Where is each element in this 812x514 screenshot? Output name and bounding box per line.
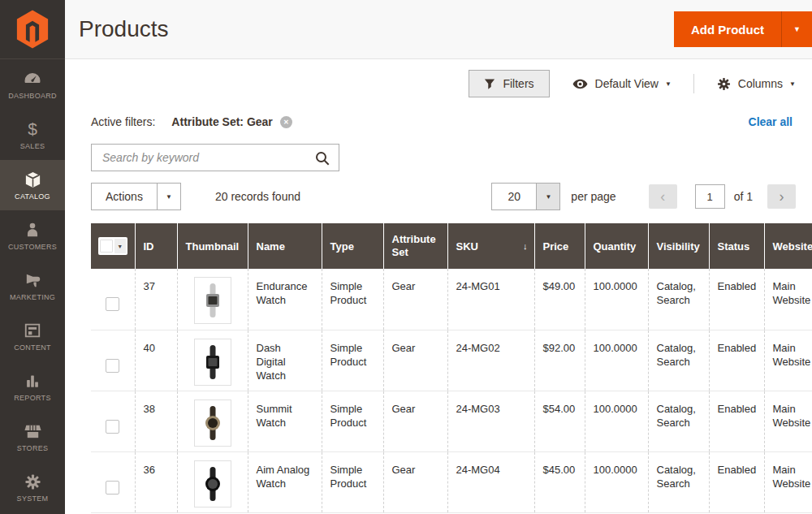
column-header-sku[interactable]: SKU ↓ bbox=[447, 223, 534, 269]
sidebar-item-content[interactable]: CONTENT bbox=[0, 311, 65, 361]
column-header-quantity[interactable]: Quantity bbox=[585, 223, 648, 269]
search-icon[interactable] bbox=[314, 150, 330, 170]
column-header-price[interactable]: Price bbox=[534, 223, 585, 269]
dashboard-icon bbox=[23, 69, 42, 89]
per-page-value: 20 bbox=[492, 184, 536, 209]
grid-toolbar: Filters Default View ▼ Columns ▼ bbox=[91, 69, 812, 98]
chevron-down-icon: ▼ bbox=[166, 193, 172, 201]
cell-price: $45.00 bbox=[534, 451, 585, 512]
add-product-label: Add Product bbox=[674, 11, 781, 47]
actions-caret[interactable]: ▼ bbox=[157, 184, 180, 209]
chevron-down-icon: ▼ bbox=[117, 244, 123, 249]
sidebar-item-sales[interactable]: $ SALES bbox=[0, 110, 65, 160]
page-number-input[interactable] bbox=[695, 184, 725, 209]
filter-chip-text: Attribute Set: Gear bbox=[171, 115, 272, 128]
cell-name: Dash Digital Watch bbox=[248, 330, 322, 391]
per-page-select[interactable]: 20 ▼ bbox=[491, 183, 560, 210]
cell-websites: Main Website bbox=[764, 391, 812, 451]
product-thumbnail[interactable] bbox=[194, 460, 231, 508]
filter-chip: Attribute Set: Gear ✕ bbox=[171, 115, 292, 128]
filters-button[interactable]: Filters bbox=[469, 70, 549, 97]
table-row[interactable]: 38 Summit Watch Simple Produc bbox=[91, 391, 812, 451]
product-thumbnail[interactable] bbox=[194, 339, 231, 386]
cell-name: Summit Watch bbox=[248, 391, 322, 451]
cell-type: Simple Product bbox=[322, 269, 383, 330]
sidebar-item-customers[interactable]: CUSTOMERS bbox=[0, 210, 65, 261]
product-thumbnail[interactable] bbox=[194, 277, 231, 324]
sidebar-item-system[interactable]: SYSTEM bbox=[0, 462, 65, 512]
row-checkbox[interactable] bbox=[106, 297, 119, 311]
cell-visibility: Catalog, Search bbox=[648, 391, 709, 451]
cell-name: Endurance Watch bbox=[248, 269, 322, 330]
sales-icon: $ bbox=[28, 119, 37, 139]
row-checkbox[interactable] bbox=[106, 359, 119, 373]
cell-attribute-set: Gear bbox=[383, 451, 447, 512]
per-page-caret[interactable]: ▼ bbox=[536, 184, 559, 209]
sidebar-item-reports[interactable]: REPORTS bbox=[0, 361, 65, 412]
clear-all-link[interactable]: Clear all bbox=[749, 115, 793, 128]
sidebar-item-label: CATALOG bbox=[15, 192, 50, 201]
chevron-down-icon: ▼ bbox=[793, 25, 801, 33]
sidebar-item-dashboard[interactable]: DASHBOARD bbox=[0, 59, 65, 110]
catalog-icon bbox=[24, 170, 42, 189]
gear-icon bbox=[716, 76, 732, 92]
reports-icon bbox=[24, 371, 41, 391]
search-input[interactable] bbox=[92, 145, 339, 171]
select-all-checkbox[interactable] bbox=[100, 240, 113, 253]
table-row[interactable]: 36 Aim Analog Watch Simple Pr bbox=[91, 451, 812, 512]
sidebar-item-stores[interactable]: STORES bbox=[0, 412, 65, 462]
cell-status: Enabled bbox=[709, 391, 764, 451]
previous-page-button[interactable]: ‹ bbox=[649, 184, 677, 209]
add-product-button[interactable]: Add Product ▼ bbox=[674, 11, 812, 47]
cell-websites: Main Website bbox=[764, 330, 812, 391]
column-header-attribute-set[interactable]: Attribute Set bbox=[383, 223, 447, 269]
remove-filter-button[interactable]: ✕ bbox=[280, 116, 292, 128]
sidebar-item-catalog[interactable]: CATALOG bbox=[0, 160, 65, 210]
page-title: Products bbox=[79, 16, 169, 42]
add-product-dropdown-toggle[interactable]: ▼ bbox=[781, 11, 812, 47]
table-row[interactable]: 40 Dash Digital Watch Simple bbox=[91, 330, 812, 391]
chevron-left-icon: ‹ bbox=[660, 189, 665, 204]
column-header-websites[interactable]: Websites bbox=[764, 223, 812, 269]
eye-icon bbox=[572, 76, 589, 93]
magento-logo[interactable] bbox=[0, 0, 65, 59]
chevron-down-icon: ▼ bbox=[545, 193, 551, 201]
cell-name: Aim Analog Watch bbox=[248, 451, 322, 512]
row-checkbox[interactable] bbox=[106, 420, 119, 434]
columns-dropdown[interactable]: Columns ▼ bbox=[716, 76, 796, 92]
cell-quantity: 100.0000 bbox=[585, 391, 648, 451]
column-header-status[interactable]: Status bbox=[709, 223, 764, 269]
cell-websites: Main Website bbox=[764, 451, 812, 512]
sidebar-item-label: MARKETING bbox=[10, 293, 55, 301]
select-all-header[interactable]: ▼ bbox=[91, 223, 135, 269]
table-row[interactable]: 37 Endurance Watch Simple Pro bbox=[91, 269, 812, 330]
active-filters-label: Active filters: bbox=[91, 115, 155, 128]
default-view-dropdown[interactable]: Default View ▼ bbox=[572, 76, 672, 93]
stores-icon bbox=[24, 421, 42, 441]
close-icon: ✕ bbox=[283, 119, 289, 126]
row-checkbox[interactable] bbox=[106, 481, 119, 495]
column-header-thumbnail[interactable]: Thumbnail bbox=[177, 223, 248, 269]
watch-image bbox=[201, 344, 225, 380]
actions-select[interactable]: Actions ▼ bbox=[91, 183, 181, 210]
sort-arrow-icon: ↓ bbox=[523, 241, 528, 251]
product-thumbnail[interactable] bbox=[194, 400, 231, 447]
page-header: Products Add Product ▼ bbox=[65, 0, 812, 59]
magento-logo-icon bbox=[14, 9, 51, 50]
cell-price: $92.00 bbox=[534, 330, 585, 391]
cell-type: Simple Product bbox=[322, 451, 383, 512]
cell-id: 40 bbox=[135, 330, 177, 391]
column-header-visibility[interactable]: Visibility bbox=[648, 223, 709, 269]
sidebar-item-label: DASHBOARD bbox=[8, 92, 57, 100]
column-header-id[interactable]: ID bbox=[135, 223, 177, 269]
sidebar-item-label: REPORTS bbox=[14, 394, 50, 402]
column-header-type[interactable]: Type bbox=[322, 223, 383, 269]
per-page-label: per page bbox=[571, 190, 615, 203]
chevron-down-icon: ▼ bbox=[789, 80, 796, 88]
next-page-button[interactable]: › bbox=[767, 184, 796, 209]
cell-quantity: 100.0000 bbox=[585, 451, 648, 512]
default-view-label: Default View bbox=[595, 77, 659, 90]
select-all-dropdown[interactable]: ▼ bbox=[114, 239, 126, 253]
column-header-name[interactable]: Name bbox=[248, 223, 322, 269]
sidebar-item-marketing[interactable]: MARKETING bbox=[0, 261, 65, 311]
